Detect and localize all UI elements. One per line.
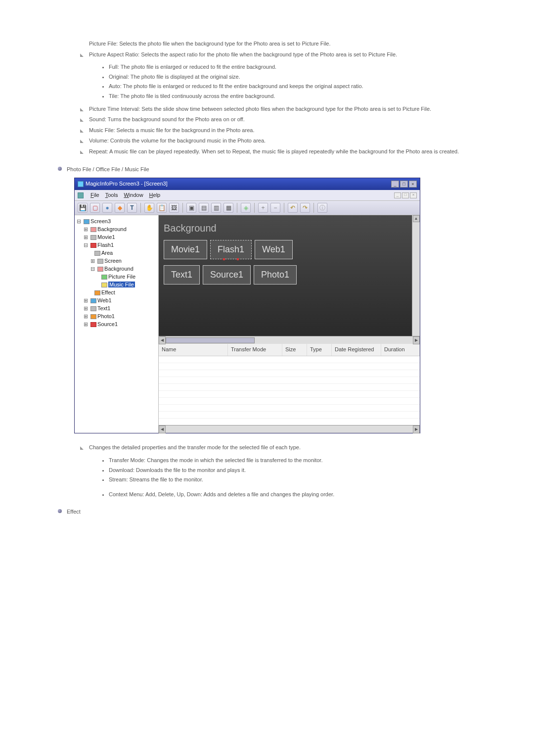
- list-item: Auto: The photo file is enlarged or redu…: [109, 82, 470, 91]
- list-item: Download: Downloads the file to the moni…: [109, 466, 470, 475]
- tool-hand-icon[interactable]: ✋: [144, 203, 154, 213]
- zone-source1[interactable]: Source1: [203, 265, 251, 284]
- file-panel: Name Transfer Mode Size Type Date Regist…: [159, 344, 420, 433]
- main-area: ▲ Background Movie1 Flash1 Web1 Text1 So…: [159, 215, 420, 433]
- col-type[interactable]: Type: [307, 344, 332, 356]
- minimize-button[interactable]: _: [391, 181, 399, 188]
- menu-window[interactable]: Window: [124, 191, 143, 200]
- scroll-up-icon[interactable]: ▲: [413, 215, 420, 222]
- tool-zoomin-icon[interactable]: +: [258, 203, 268, 213]
- tool-sendback-icon[interactable]: ▦: [223, 203, 233, 213]
- table-row: [159, 398, 420, 405]
- child-close-button[interactable]: ×: [410, 192, 417, 198]
- item-repeat: ◣ Repeat: A music file can be played rep…: [89, 147, 470, 156]
- tree-music-file[interactable]: Music File: [77, 281, 156, 288]
- close-button[interactable]: ×: [409, 181, 417, 188]
- zone-photo1[interactable]: Photo1: [254, 265, 297, 284]
- heading-text: Photo File / Office File / Music File: [67, 166, 149, 172]
- list-item: Original: The photo file is displayed at…: [109, 73, 470, 82]
- col-transfer-mode[interactable]: Transfer Mode: [228, 344, 282, 356]
- col-duration[interactable]: Duration: [381, 344, 420, 356]
- context-list: Context Menu: Add, Delete, Up, Down: Add…: [109, 490, 470, 499]
- item-picture-file: Picture File: Selects the photo file whe…: [89, 40, 470, 48]
- text: Repeat: A music file can be played repea…: [89, 148, 459, 154]
- item-picture-aspect: ◣ Picture Aspect Ratio: Selects the aspe…: [89, 50, 470, 59]
- tree-picture-file[interactable]: Picture File: [77, 273, 156, 281]
- canvas-hscroll[interactable]: ◀ ▶: [159, 336, 420, 344]
- canvas-area[interactable]: ▲ Background Movie1 Flash1 Web1 Text1 So…: [159, 215, 420, 336]
- arrow-icon: ◣: [80, 127, 84, 134]
- list-item: Tile: The photo file is tiled continuous…: [109, 92, 470, 101]
- tree-source1[interactable]: ⊞ Source1: [77, 320, 156, 328]
- scroll-thumb[interactable]: [166, 337, 255, 343]
- table-row: [159, 405, 420, 412]
- tool-zoomout-icon[interactable]: −: [270, 203, 280, 213]
- text: Volume: Controls the volume for the back…: [89, 138, 266, 143]
- tool-bringforward-icon[interactable]: ▤: [199, 203, 209, 213]
- scroll-left-icon[interactable]: ◀: [159, 336, 166, 344]
- child-restore-button[interactable]: □: [402, 192, 409, 198]
- scroll-right-icon[interactable]: ▶: [413, 425, 420, 433]
- tree-photo1[interactable]: ⊞ Photo1: [77, 312, 156, 320]
- tree-bg2[interactable]: ⊟ Background: [77, 265, 156, 273]
- list-item: Stream: Streams the file to the monitor.: [109, 475, 470, 484]
- item-music-file: ◣ Music File: Selects a music file for t…: [89, 126, 470, 135]
- item-changes: ◣ Changes the detailed properties and th…: [89, 443, 470, 452]
- tree-area[interactable]: Area: [77, 249, 156, 257]
- app-window: MagicInfoPro Screen3 - [Screen3] _ □ × F…: [74, 178, 420, 433]
- menu-tools[interactable]: Tools: [105, 191, 118, 200]
- tool-image-icon[interactable]: 🖼: [169, 203, 179, 213]
- text: Changes the detailed properties and the …: [89, 444, 301, 450]
- zone-text1[interactable]: Text1: [164, 265, 200, 284]
- col-date-registered[interactable]: Date Registered: [332, 344, 381, 356]
- list-item: Full: The photo file is enlarged or redu…: [109, 63, 470, 72]
- tool-redo-icon[interactable]: ↷: [300, 203, 310, 213]
- col-size[interactable]: Size: [282, 344, 307, 356]
- table-row: [159, 370, 420, 377]
- child-minimize-button[interactable]: _: [394, 192, 401, 198]
- table-row: [159, 384, 420, 391]
- tool-orange-icon[interactable]: ◆: [115, 203, 125, 213]
- tool-text-icon[interactable]: T: [127, 203, 137, 213]
- tool-globe-icon[interactable]: ●: [102, 203, 112, 213]
- menu-help[interactable]: Help: [149, 191, 161, 200]
- tool-sendbackward-icon[interactable]: ▥: [211, 203, 221, 213]
- scroll-right-icon[interactable]: ▶: [413, 336, 420, 344]
- tree-web1[interactable]: ⊞ Web1: [77, 296, 156, 304]
- arrow-icon: ◣: [80, 138, 84, 144]
- zone-flash1[interactable]: Flash1: [210, 240, 252, 259]
- zone-web1[interactable]: Web1: [255, 240, 293, 259]
- tool-save-icon[interactable]: 💾: [78, 203, 88, 213]
- scroll-left-icon[interactable]: ◀: [159, 425, 166, 433]
- zone-movie1[interactable]: Movie1: [164, 240, 207, 259]
- tree-flash1[interactable]: ⊟ Flash1: [77, 241, 156, 249]
- separator: [254, 203, 255, 213]
- titlebar: MagicInfoPro Screen3 - [Screen3] _ □ ×: [75, 178, 420, 190]
- app-icon: [78, 181, 84, 187]
- tree-effect[interactable]: Effect: [77, 288, 156, 296]
- tree-screen[interactable]: ⊞ Screen: [77, 257, 156, 265]
- tool-screen-icon[interactable]: ▢: [90, 203, 100, 213]
- menu-file[interactable]: File: [90, 191, 99, 200]
- arrow-icon: ◣: [80, 106, 84, 113]
- tree-root[interactable]: ⊟ Screen3: [77, 217, 156, 225]
- workspace: ⊟ Screen3 ⊞ Background ⊞ Movie1 ⊟ Flash1…: [75, 215, 420, 433]
- tool-bringfront-icon[interactable]: ▣: [186, 203, 196, 213]
- menubar: File Tools Window Help _ □ ×: [75, 190, 420, 201]
- tree-background[interactable]: ⊞ Background: [77, 225, 156, 233]
- tool-clipboard-icon[interactable]: 📋: [157, 203, 167, 213]
- file-hscroll[interactable]: ◀ ▶: [159, 425, 420, 433]
- tool-undo-icon[interactable]: ↶: [288, 203, 298, 213]
- tree-text1[interactable]: ⊞ Text1: [77, 304, 156, 312]
- tree-movie1[interactable]: ⊞ Movie1: [77, 233, 156, 241]
- tool-info-icon[interactable]: ⓘ: [317, 203, 327, 213]
- item-time-interval: ◣ Picture Time Interval: Sets the slide …: [89, 105, 470, 114]
- table-row: [159, 356, 420, 363]
- arrow-icon: ◣: [80, 51, 84, 58]
- col-name[interactable]: Name: [159, 344, 228, 356]
- maximize-button[interactable]: □: [400, 181, 408, 188]
- tool-gem-icon[interactable]: ◈: [241, 203, 251, 213]
- vertical-scrollbar[interactable]: ▲: [412, 215, 420, 336]
- disc-icon: [58, 509, 62, 513]
- file-rows: [159, 356, 420, 425]
